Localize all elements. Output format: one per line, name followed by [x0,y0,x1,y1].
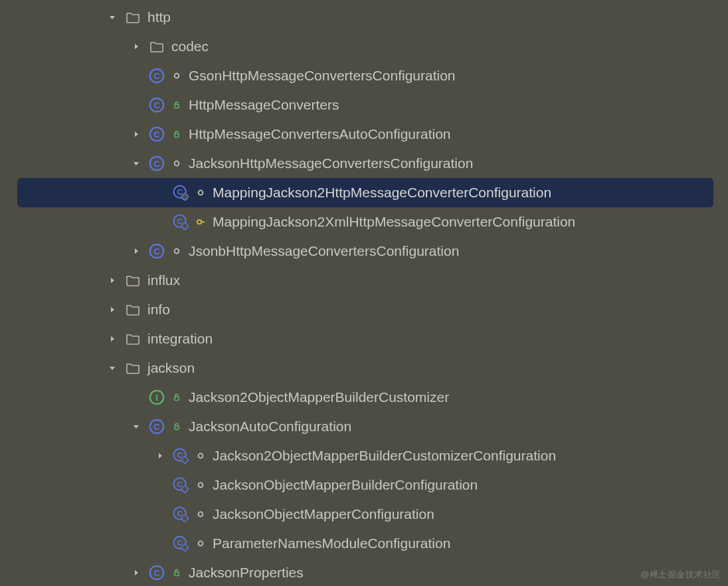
folder-icon [125,302,141,318]
inner-class-icon: C [173,185,189,201]
chevron-down-icon[interactable] [106,11,118,23]
svg-point-2 [175,74,179,78]
class-icon: C [149,565,165,581]
svg-point-11 [175,161,179,166]
class-icon: C [149,243,165,259]
tree-row-gsonhttpmessageconvertersconfiguration[interactable]: C GsonHttpMessageConvertersConfiguration [17,61,713,90]
class-icon: C [149,126,165,142]
tree-node-label: JsonbHttpMessageConvertersConfiguration [189,243,459,259]
tree-node-label: HttpMessageConverters [189,97,339,113]
svg-rect-31 [175,426,179,430]
tree-row-jacksonproperties[interactable]: C JacksonProperties [17,558,713,586]
folder-icon [125,331,141,347]
tree-node-label: info [147,302,170,318]
project-tree[interactable]: http codec C GsonHttpMessageConvertersCo… [0,0,728,586]
chevron-right-icon[interactable] [130,245,142,257]
tree-node-label: Jackson2ObjectMapperBuilderCustomizer [189,389,449,405]
tree-row-httpmessageconvertersautoconfiguration[interactable]: C HttpMessageConvertersAutoConfiguration [17,120,713,149]
public-unlock-icon [171,567,182,578]
svg-point-51 [199,541,203,546]
tree-row-jacksonobjectmapperconfiguration[interactable]: C JacksonObjectMapperConfiguration [17,500,713,529]
tree-row-parameternamesmoduleconfiguration[interactable]: C ParameterNamesModuleConfiguration [17,529,713,558]
tree-node-label: GsonHttpMessageConvertersConfiguration [189,68,456,84]
package-private-circle-icon [171,70,182,81]
tree-row-jackson[interactable]: jackson [17,353,713,383]
tree-row-jsonbhttpmessageconvertersconfiguration[interactable]: C JsonbHttpMessageConvertersConfiguratio… [17,237,713,266]
svg-text:C: C [153,130,160,140]
svg-rect-22 [201,221,205,223]
tree-node-label: ParameterNamesModuleConfiguration [213,536,450,551]
tree-node-label: codec [171,39,209,54]
svg-rect-49 [181,544,188,551]
package-private-circle-icon [195,187,206,198]
inner-class-icon: C [173,448,189,464]
tree-row-mappingjackson2xmlhttpmessageconverterconfiguration[interactable]: C MappingJackson2XmlHttpMessageConverter… [17,207,713,237]
inner-class-icon: C [173,477,189,493]
chevron-right-icon[interactable] [154,450,166,462]
chevron-right-icon[interactable] [106,333,118,345]
tree-node-label: JacksonHttpMessageConvertersConfiguratio… [189,155,473,171]
chevron-right-icon[interactable] [130,128,142,140]
public-unlock-icon [171,100,182,110]
tree-node-label: Jackson2ObjectMapperBuilderCustomizerCon… [213,448,556,464]
class-icon: C [149,155,165,171]
svg-rect-44 [181,515,188,522]
public-unlock-icon [171,129,182,140]
package-private-circle-icon [171,246,182,256]
public-unlock-icon [171,392,182,403]
tree-row-info[interactable]: info [17,295,713,324]
folder-icon [149,39,165,54]
package-private-circle-icon [195,538,206,549]
tree-node-label: jackson [147,360,195,376]
svg-point-36 [199,454,203,458]
tree-row-mappingjackson2httpmessageconverterconfiguration[interactable]: C MappingJackson2HttpMessageConverterCon… [17,178,713,207]
tree-node-label: MappingJackson2XmlHttpMessageConverterCo… [213,214,575,230]
svg-text:C: C [153,159,160,169]
tree-node-label: http [147,9,171,25]
svg-point-25 [175,249,179,254]
svg-rect-19 [181,223,188,229]
chevron-down-icon[interactable] [130,157,142,169]
tree-row-httpmessageconverters[interactable]: C HttpMessageConverters [17,90,713,120]
svg-rect-54 [175,572,179,576]
folder-icon [125,272,141,288]
chevron-down-icon[interactable] [130,421,142,433]
svg-rect-39 [181,486,188,492]
class-icon: C [149,97,165,113]
package-private-circle-icon [195,480,206,490]
chevron-right-icon[interactable] [130,41,142,52]
tree-row-jackson2objectmapperbuildercustomizer[interactable]: I Jackson2ObjectMapperBuilderCustomizer [17,383,713,412]
tree-row-jacksonobjectmapperbuilderconfiguration[interactable]: C JacksonObjectMapperBuilderConfiguratio… [17,470,713,500]
interface-icon: I [149,389,165,405]
chevron-down-icon[interactable] [106,362,118,374]
svg-point-41 [199,483,203,488]
svg-text:C: C [153,100,160,110]
chevron-right-icon[interactable] [106,304,118,316]
svg-rect-5 [175,104,179,108]
tree-row-integration[interactable]: integration [17,324,713,353]
svg-text:C: C [153,246,160,256]
tree-row-codec[interactable]: codec [17,32,713,61]
folder-icon [125,360,141,376]
svg-rect-14 [181,193,188,200]
inner-class-icon: C [173,506,189,522]
svg-rect-28 [175,397,179,401]
protected-key-icon [195,217,206,227]
tree-node-label: HttpMessageConvertersAutoConfiguration [189,126,451,142]
class-icon: C [149,68,165,84]
tree-row-http[interactable]: http [17,3,713,32]
tree-row-influx[interactable]: influx [17,266,713,295]
tree-row-jackson2objectmapperbuildercustomizerconfiguration[interactable]: C Jackson2ObjectMapperBuilderCustomizerC… [17,441,713,470]
package-private-circle-icon [195,450,206,461]
chevron-right-icon[interactable] [106,274,118,286]
inner-class-icon: C [173,536,189,551]
public-unlock-icon [171,421,182,432]
class-icon: C [149,419,165,435]
svg-text:C: C [153,422,160,432]
svg-rect-8 [175,134,179,138]
tree-node-label: JacksonObjectMapperBuilderConfiguration [213,477,478,493]
tree-row-jacksonautoconfiguration[interactable]: C JacksonAutoConfiguration [17,412,713,441]
tree-row-jacksonhttpmessageconvertersconfiguration[interactable]: C JacksonHttpMessageConvertersConfigurat… [17,149,713,178]
chevron-right-icon[interactable] [130,567,142,579]
tree-node-label: MappingJackson2HttpMessageConverterConfi… [213,185,551,201]
